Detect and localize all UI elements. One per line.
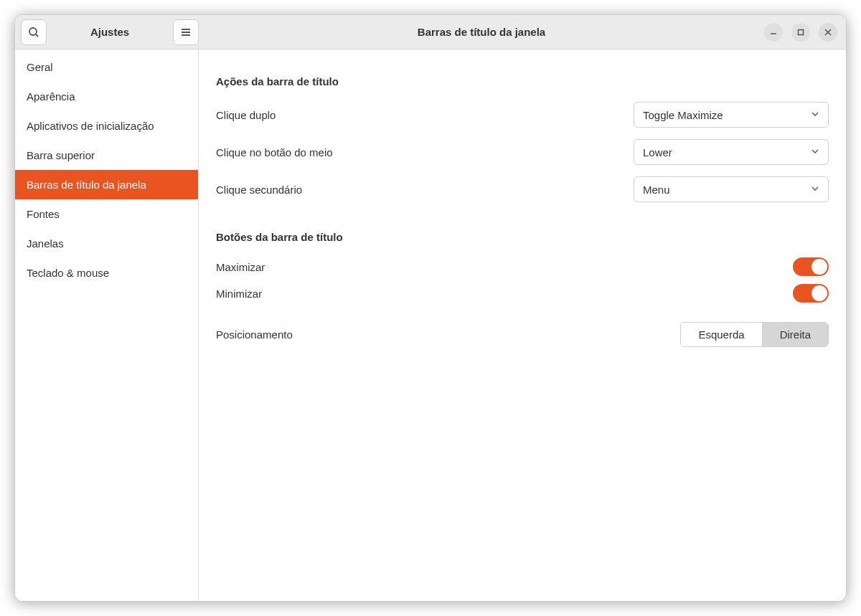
sidebar-item-appearance[interactable]: Aparência xyxy=(15,82,198,111)
svg-line-1 xyxy=(36,34,38,37)
sidebar-item-window-titlebars[interactable]: Barras de título da janela xyxy=(15,170,198,199)
sidebar-item-keyboard-mouse[interactable]: Teclado & mouse xyxy=(15,258,198,288)
sidebar-item-fonts[interactable]: Fontes xyxy=(15,199,198,229)
setting-row-placement: Posicionamento Esquerda Direita xyxy=(216,316,829,353)
dropdown-value: Menu xyxy=(643,184,670,196)
middle-click-dropdown[interactable]: Lower xyxy=(634,139,829,165)
setting-label: Clique secundário xyxy=(216,184,302,196)
placement-right-button[interactable]: Direita xyxy=(763,323,828,346)
sidebar-item-label: Barras de título da janela xyxy=(27,179,146,191)
maximize-toggle[interactable] xyxy=(793,257,829,276)
sidebar-item-label: Teclado & mouse xyxy=(27,267,109,279)
setting-label: Minimizar xyxy=(216,288,262,300)
setting-row-middle-click: Clique no botão do meio Lower xyxy=(216,133,829,171)
close-icon xyxy=(824,29,832,36)
menu-button[interactable] xyxy=(173,19,199,45)
sidebar-item-label: Janelas xyxy=(27,237,64,250)
chevron-down-icon xyxy=(811,147,819,158)
svg-rect-6 xyxy=(799,29,804,34)
minimize-window-button[interactable] xyxy=(764,23,783,42)
close-window-button[interactable] xyxy=(819,23,837,42)
setting-row-secondary-click: Clique secundário Menu xyxy=(216,171,829,208)
setting-label: Clique duplo xyxy=(216,109,276,121)
svg-point-0 xyxy=(29,28,37,35)
setting-label: Clique no botão do meio xyxy=(216,146,333,158)
setting-row-double-click: Clique duplo Toggle Maximize xyxy=(216,96,829,133)
window-body: Geral Aparência Aplicativos de inicializ… xyxy=(15,49,846,601)
page-title: Barras de título da janela xyxy=(199,26,764,38)
placement-segmented: Esquerda Direita xyxy=(680,322,829,347)
maximize-window-button[interactable] xyxy=(791,23,810,42)
minimize-toggle[interactable] xyxy=(793,284,829,303)
maximize-icon xyxy=(797,29,804,36)
titlebar-left: Ajustes xyxy=(15,19,199,45)
placement-left-button[interactable]: Esquerda xyxy=(681,323,762,346)
hamburger-icon xyxy=(180,27,192,38)
sidebar-item-startup-apps[interactable]: Aplicativos de inicialização xyxy=(15,111,198,141)
setting-row-maximize: Maximizar xyxy=(216,252,829,282)
content-panel: Ações da barra de título Clique duplo To… xyxy=(199,49,846,601)
setting-label: Posicionamento xyxy=(216,328,293,341)
sidebar-item-windows[interactable]: Janelas xyxy=(15,229,198,258)
search-icon xyxy=(28,27,39,38)
settings-window: Ajustes Barras de título da janela xyxy=(14,14,847,602)
setting-row-minimize: Minimizar xyxy=(216,282,829,311)
double-click-dropdown[interactable]: Toggle Maximize xyxy=(634,102,829,128)
sidebar-item-general[interactable]: Geral xyxy=(15,52,198,82)
chevron-down-icon xyxy=(811,110,819,120)
section-title-titlebar-actions: Ações da barra de título xyxy=(216,75,829,87)
window-controls xyxy=(764,23,846,42)
sidebar-item-label: Fontes xyxy=(27,208,60,220)
sidebar-item-label: Geral xyxy=(27,61,53,73)
sidebar-item-label: Barra superior xyxy=(27,149,95,161)
search-button[interactable] xyxy=(21,19,47,45)
sidebar: Geral Aparência Aplicativos de inicializ… xyxy=(15,49,199,601)
sidebar-item-label: Aparência xyxy=(27,90,75,103)
chevron-down-icon xyxy=(811,184,819,195)
dropdown-value: Toggle Maximize xyxy=(643,109,723,121)
setting-label: Maximizar xyxy=(216,261,265,273)
secondary-click-dropdown[interactable]: Menu xyxy=(634,176,829,202)
titlebar: Ajustes Barras de título da janela xyxy=(15,15,846,49)
section-title-titlebar-buttons: Botões da barra de título xyxy=(216,231,829,243)
sidebar-title: Ajustes xyxy=(51,26,169,38)
sidebar-item-top-bar[interactable]: Barra superior xyxy=(15,141,198,170)
dropdown-value: Lower xyxy=(643,146,672,158)
sidebar-item-label: Aplicativos de inicialização xyxy=(27,120,154,132)
minimize-icon xyxy=(770,29,777,36)
